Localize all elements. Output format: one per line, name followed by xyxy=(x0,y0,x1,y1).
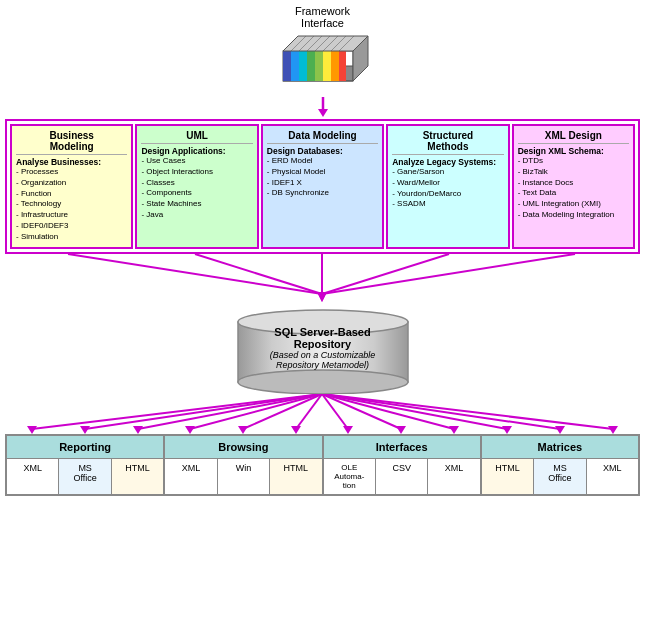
full-layout: Framework Interface xyxy=(5,5,640,496)
svg-line-36 xyxy=(138,394,322,429)
sm-items: - Gane/Sarson - Ward/Mellor - Yourdon/De… xyxy=(392,167,503,210)
bottom-section: Reporting Browsing Interfaces Matrices X… xyxy=(5,434,640,496)
sm-subtitle: Analyze Legacy Systems: xyxy=(392,157,503,167)
dm-title: Data Modeling xyxy=(267,130,378,144)
svg-marker-45 xyxy=(343,426,353,434)
cat-interfaces: Interfaces xyxy=(324,436,482,458)
framework-section: Framework Interface xyxy=(5,5,640,95)
svg-marker-43 xyxy=(291,426,301,434)
bottom-categories-row: Reporting Browsing Interfaces Matrices xyxy=(7,436,638,459)
cat-matrices: Matrices xyxy=(482,436,638,458)
svg-line-32 xyxy=(32,394,322,429)
repo-text: SQL Server-BasedRepository (Based on a C… xyxy=(233,326,413,370)
svg-line-50 xyxy=(322,394,507,429)
svg-line-24 xyxy=(195,254,322,294)
item-matrices-xml: XML xyxy=(587,459,638,494)
cube-svg xyxy=(273,31,373,91)
item-browsing-xml: XML xyxy=(165,459,217,494)
svg-rect-6 xyxy=(315,51,323,81)
item-interfaces-ole: OLEAutoma-tion xyxy=(324,459,376,494)
item-reporting-html: HTML xyxy=(112,459,165,494)
bottom-items-row: XML MSOffice HTML XML Win HTML OLEAutoma… xyxy=(7,459,638,494)
item-reporting-xml: XML xyxy=(7,459,59,494)
cat-browsing: Browsing xyxy=(165,436,323,458)
svg-marker-37 xyxy=(133,426,143,434)
repo-subtitle: (Based on a CustomizableRepository Metam… xyxy=(233,350,413,370)
svg-marker-49 xyxy=(449,426,459,434)
svg-rect-7 xyxy=(323,51,331,81)
bm-items: - Processes - Organization - Function - … xyxy=(16,167,127,243)
arrows-to-repo-svg xyxy=(5,254,640,304)
svg-rect-9 xyxy=(339,51,346,81)
item-interfaces-csv: CSV xyxy=(376,459,428,494)
dm-subtitle: Design Databases: xyxy=(267,146,378,156)
svg-marker-35 xyxy=(80,426,90,434)
svg-marker-39 xyxy=(185,426,195,434)
box-xml-design: XML Design Design XML Schema: - DTDs - B… xyxy=(512,124,635,249)
svg-rect-3 xyxy=(291,51,299,81)
item-browsing-html: HTML xyxy=(270,459,323,494)
svg-line-34 xyxy=(85,394,322,429)
item-matrices-ms-office: MSOffice xyxy=(534,459,586,494)
svg-line-22 xyxy=(68,254,322,294)
cylinder-container: SQL Server-BasedRepository (Based on a C… xyxy=(233,304,413,394)
item-interfaces-xml: XML xyxy=(428,459,481,494)
arrows-from-repo-svg xyxy=(5,394,640,434)
svg-line-26 xyxy=(322,254,449,294)
repo-title: SQL Server-BasedRepository xyxy=(233,326,413,350)
svg-marker-55 xyxy=(608,426,618,434)
method-boxes-row: BusinessModeling Analyse Businesses: - P… xyxy=(5,119,640,254)
arrows-to-repo xyxy=(5,254,640,304)
svg-rect-4 xyxy=(299,51,307,81)
item-reporting-ms-office: MSOffice xyxy=(59,459,111,494)
svg-marker-53 xyxy=(555,426,565,434)
svg-marker-21 xyxy=(318,109,328,117)
uml-subtitle: Design Applications: xyxy=(141,146,252,156)
xml-subtitle: Design XML Schema: xyxy=(518,146,629,156)
sm-title: StructuredMethods xyxy=(392,130,503,155)
arrow-framework-to-boxes xyxy=(5,97,640,117)
svg-marker-28 xyxy=(317,292,327,302)
framework-cube xyxy=(273,31,373,91)
item-browsing-win: Win xyxy=(218,459,270,494)
svg-line-54 xyxy=(322,394,613,429)
framework-label: Framework Interface xyxy=(295,5,350,29)
uml-title: UML xyxy=(141,130,252,144)
svg-rect-8 xyxy=(331,51,339,81)
svg-marker-41 xyxy=(238,426,248,434)
box-business-modeling: BusinessModeling Analyse Businesses: - P… xyxy=(10,124,133,249)
dm-items: - ERD Model - Physical Model - IDEF1 X -… xyxy=(267,156,378,199)
xml-title: XML Design xyxy=(518,130,629,144)
cat-reporting: Reporting xyxy=(7,436,165,458)
svg-marker-33 xyxy=(27,426,37,434)
svg-rect-2 xyxy=(283,51,291,81)
svg-line-27 xyxy=(322,254,575,294)
diagram-container: Framework Interface xyxy=(0,0,645,634)
arrows-from-repo xyxy=(5,394,640,434)
uml-items: - Use Cases - Object Interactions - Clas… xyxy=(141,156,252,221)
box-structured-methods: StructuredMethods Analyze Legacy Systems… xyxy=(386,124,509,249)
svg-marker-51 xyxy=(502,426,512,434)
xml-items: - DTDs - BizTalk - Instance Docs - Text … xyxy=(518,156,629,221)
box-uml: UML Design Applications: - Use Cases - O… xyxy=(135,124,258,249)
box-data-modeling: Data Modeling Design Databases: - ERD Mo… xyxy=(261,124,384,249)
item-matrices-html: HTML xyxy=(482,459,534,494)
arrow-down-svg xyxy=(313,97,333,117)
bm-title: BusinessModeling xyxy=(16,130,127,155)
svg-rect-5 xyxy=(307,51,315,81)
bm-subtitle: Analyse Businesses: xyxy=(16,157,127,167)
svg-point-30 xyxy=(238,370,408,394)
repository-section: SQL Server-BasedRepository (Based on a C… xyxy=(5,304,640,394)
svg-marker-47 xyxy=(396,426,406,434)
